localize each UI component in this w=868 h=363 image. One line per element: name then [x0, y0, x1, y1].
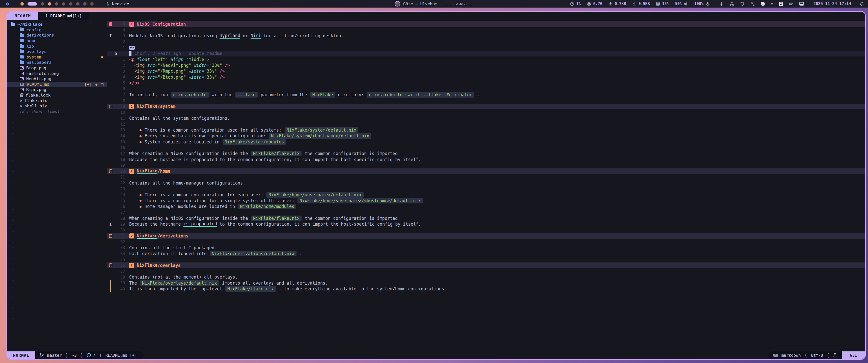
editor-line[interactable]: 35 — [107, 257, 865, 262]
editor-line[interactable]: 18Because the hostname is propagated to … — [107, 157, 865, 162]
editor-line[interactable]: I3Modular NixOS configuration, using Hyp… — [107, 33, 865, 39]
editor-line[interactable]: 13 ● There is a common configuration use… — [107, 127, 865, 133]
tree-item-lib[interactable]: lib — [7, 43, 107, 49]
filetype-label[interactable]: markdown — [781, 353, 801, 358]
z-app-icon[interactable]: Z — [779, 2, 783, 6]
tree-item-rmpc.png[interactable]: Rmpc.png — [7, 87, 107, 93]
editor-line[interactable]: 21 — [107, 174, 865, 180]
editor-line[interactable]: 202NixFlake/home — [107, 168, 865, 174]
tree-item-config[interactable]: config — [7, 27, 107, 33]
diagnostics-info[interactable]: i7 — [87, 353, 95, 358]
editor-line[interactable]: 25 ● There is a configuration for a sing… — [107, 198, 865, 203]
clock[interactable]: 2025-11-24 17:14 — [813, 1, 851, 6]
tree-item-btop.png[interactable]: Btop.png — [7, 65, 107, 71]
tree-item-flake.nix[interactable]: ❆flake.nix — [7, 98, 107, 103]
encoding-label[interactable]: utf-8 — [811, 353, 823, 358]
editor-line[interactable]: 4 <img src="/Btop.png" width="33%" /> — [107, 74, 865, 80]
workspace-empty[interactable] — [76, 2, 80, 5]
triangle-down-icon[interactable]: ▼ — [771, 1, 773, 6]
editor-line[interactable]: 92NixFlake/system — [107, 104, 865, 109]
editor-line[interactable]: 27 — [107, 209, 865, 215]
editor-line[interactable]: 10 — [107, 109, 865, 115]
tree-item-neovim.png[interactable]: NeoVim.png — [7, 76, 107, 82]
tree-item-readme.md[interactable]: MREADME.md[+]●□ — [7, 82, 107, 87]
editor-line[interactable]: 34Each derivation is loaded into NixFlak… — [107, 251, 865, 256]
tree-item-fastfetch.png[interactable]: FastFetch.png — [7, 71, 107, 76]
key-icon[interactable] — [750, 2, 755, 6]
git-changes-count[interactable]: ~3 — [72, 353, 77, 358]
editor-line[interactable]: 17When creating a NixOS configuration in… — [107, 151, 865, 157]
editor-line[interactable]: 38Contains (not at the moment) all overl… — [107, 274, 865, 280]
editor-line[interactable]: 28When creating a NixOS configuration in… — [107, 215, 865, 221]
editor-line[interactable]: 6 — [107, 86, 865, 92]
editor-line[interactable]: 40It is then imported by the top-level N… — [107, 286, 865, 292]
editor-line[interactable]: 7To install, run nixos-rebuild with the … — [107, 92, 865, 98]
editor-line[interactable]: 15 ● System modules are located in NixFl… — [107, 139, 865, 145]
tab-neovim[interactable]: NEOVIM — [7, 12, 38, 20]
workspace-empty[interactable] — [55, 2, 58, 5]
bell-icon[interactable] — [860, 2, 864, 6]
check-circle-icon[interactable]: ✓ — [761, 2, 765, 6]
tree-item-shell.nix[interactable]: ❆shell.nix — [7, 103, 107, 109]
editor-line[interactable]: 51NixOS Configuration — [107, 21, 865, 27]
editor-line[interactable]: 33Contains all the stuff I packaged. — [107, 245, 865, 251]
tree-item-wallpapers[interactable]: wallpapers — [7, 60, 107, 65]
editor-line[interactable]: 16 — [107, 145, 865, 151]
editor-pane[interactable]: 51NixOS Configuration4I3Modular NixOS co… — [107, 20, 865, 352]
editor-line[interactable]: 12 — [107, 121, 865, 127]
editor-line[interactable]: 24 ● There is a common configuration for… — [107, 192, 865, 198]
tree-item-home[interactable]: home — [7, 38, 107, 44]
editor-line[interactable]: 2 <img src="/NeoVim.png" width="33%" /> — [107, 62, 865, 68]
editor-line[interactable]: 1PNG — [107, 45, 865, 51]
editor-line[interactable]: 14 ● Every system has its own special co… — [107, 133, 865, 139]
chip-icon — [587, 2, 591, 6]
network-icon[interactable] — [730, 2, 734, 6]
editor-line[interactable]: 23 — [107, 186, 865, 192]
editor-line[interactable]: 22Contains all the home-manager configur… — [107, 180, 865, 186]
editor-line[interactable]: 30 — [107, 227, 865, 233]
editor-line[interactable]: 4 — [107, 27, 865, 33]
terminal-icon[interactable] — [799, 2, 804, 5]
workspace-empty[interactable] — [90, 2, 94, 5]
editor-line[interactable]: 362NixFlake/overlays — [107, 262, 865, 268]
tree-root[interactable]: ~/NixFlake — [7, 22, 107, 27]
line-text: The NixFlake/overlays/default.nix import… — [129, 280, 328, 286]
editor-line-current[interactable]: 6ChUrl, 2 years ago - Update readme — [107, 51, 865, 57]
workspace-active[interactable] — [28, 2, 37, 5]
workspace-empty[interactable] — [69, 2, 72, 5]
editor-line[interactable]: 32 — [107, 239, 865, 245]
h2-badge-icon: 2 — [129, 104, 134, 109]
current-file-name[interactable]: README.md [+] — [105, 353, 137, 358]
editor-line[interactable]: 37 — [107, 268, 865, 274]
workspace-empty[interactable] — [62, 2, 65, 5]
editor-line[interactable]: 2 — [107, 39, 865, 45]
tree-item-label: wallpapers — [27, 60, 52, 65]
editor-line[interactable]: 39The NixFlake/overlays/default.nix impo… — [107, 280, 865, 286]
editor-line[interactable]: I29Because the hostname is propagated to… — [107, 221, 865, 227]
workspace-empty[interactable] — [83, 2, 87, 5]
workspace-empty[interactable] — [41, 2, 44, 5]
editor-line[interactable]: 1<p float="left" align="middle"> — [107, 57, 865, 62]
editor-line[interactable]: 19 — [107, 162, 865, 168]
tree-item-derivations[interactable]: derivations — [7, 33, 107, 38]
workspace-occupied[interactable] — [48, 2, 51, 5]
editor-line[interactable]: 3 <img src="/Rmpc.png" width="33%" /> — [107, 68, 865, 74]
tree-item-system[interactable]: system — [7, 55, 107, 60]
tree-item-overlays[interactable]: overlays — [7, 49, 107, 55]
nixos-logo-icon[interactable]: ❆ — [6, 1, 9, 7]
shield-icon[interactable] — [740, 2, 744, 6]
editor-line[interactable]: 8 — [107, 98, 865, 103]
editor-line[interactable]: 312NixFlake/derivations — [107, 233, 865, 239]
editor-line[interactable]: 26 ● Home-Manager modules are located in… — [107, 204, 865, 209]
buffer-tab-readme[interactable]: 1 README.md[1+] — [38, 12, 89, 20]
editor-line[interactable]: 5</p> — [107, 80, 865, 86]
album-art[interactable] — [395, 1, 400, 6]
keyboard-icon[interactable] — [789, 2, 793, 6]
bluetooth-icon[interactable] — [719, 2, 724, 6]
git-branch-name[interactable]: master — [47, 353, 62, 358]
tree-item-flake.lock[interactable]: flake.lock — [7, 93, 107, 98]
editor-line[interactable]: 11Contains all the system configurations… — [107, 116, 865, 121]
git-change-sign — [107, 286, 114, 292]
workspace-occupied[interactable] — [21, 2, 24, 5]
media-widget[interactable]: Gåte – Ulveham — [395, 0, 473, 7]
